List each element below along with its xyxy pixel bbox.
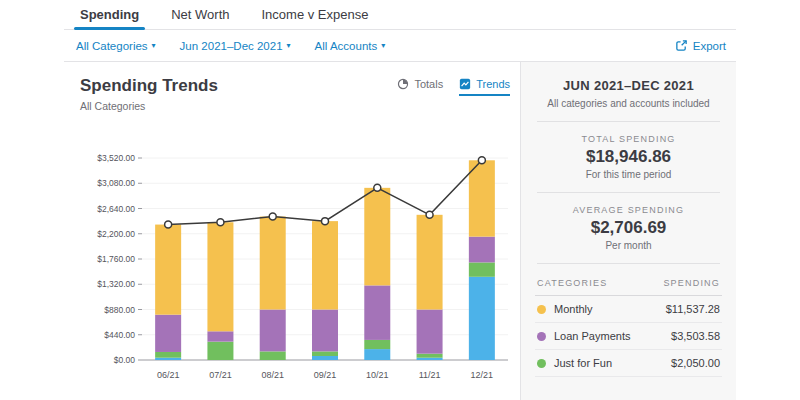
svg-text:10/21: 10/21: [366, 370, 389, 380]
svg-text:$3,080.00: $3,080.00: [97, 178, 135, 188]
average-spending-value: $2,706.69: [535, 218, 722, 238]
svg-text:12/21: 12/21: [471, 370, 494, 380]
chevron-down-icon: ▾: [287, 42, 291, 50]
svg-text:$440.00: $440.00: [104, 330, 135, 340]
categories-filter-dropdown[interactable]: All Categories ▾: [76, 40, 156, 52]
category-name: Monthly: [554, 303, 666, 315]
svg-text:$3,520.00: $3,520.00: [97, 153, 135, 163]
total-spending-label: TOTAL SPENDING: [535, 134, 722, 144]
categories-table-header: CATEGORIES SPENDING: [535, 276, 722, 296]
average-spending-label: AVERAGE SPENDING: [535, 205, 722, 215]
total-spending-caption: For this time period: [535, 169, 722, 180]
sidebar-date-range-title: JUN 2021–DEC 2021: [535, 78, 722, 93]
category-spending: $2,050.00: [671, 357, 720, 369]
trends-view-button[interactable]: Trends: [459, 78, 510, 96]
export-icon: [675, 39, 688, 52]
total-spending-stat: TOTAL SPENDING $18,946.86 For this time …: [535, 134, 722, 180]
category-color-dot: [537, 359, 546, 368]
export-button[interactable]: Export: [675, 39, 726, 52]
category-name: Loan Payments: [554, 330, 671, 342]
divider: [537, 192, 720, 193]
svg-text:$880.00: $880.00: [104, 305, 135, 315]
divider: [537, 121, 720, 122]
totals-view-label: Totals: [414, 78, 443, 90]
category-color-dot: [537, 332, 546, 341]
svg-text:$2,640.00: $2,640.00: [97, 204, 135, 214]
trend-chart-icon: [459, 78, 471, 90]
tab-income-v-expense[interactable]: Income v Expense: [246, 0, 385, 29]
category-row[interactable]: Just for Fun$2,050.00: [535, 350, 722, 377]
accounts-filter-dropdown[interactable]: All Accounts ▾: [315, 40, 386, 52]
chevron-down-icon: ▾: [152, 42, 156, 50]
date-range-filter-label: Jun 2021–Dec 2021: [180, 40, 283, 52]
svg-text:11/21: 11/21: [419, 370, 441, 380]
category-row[interactable]: Loan Payments$3,503.58: [535, 323, 722, 350]
pie-chart-icon: [397, 78, 409, 90]
tab-income-v-expense-label: Income v Expense: [262, 7, 369, 22]
categories-column-label: CATEGORIES: [537, 278, 607, 288]
totals-view-button[interactable]: Totals: [397, 78, 443, 94]
spending-trends-card: Spending Trends All Categories Totals: [64, 62, 520, 400]
tab-spending-label: Spending: [80, 7, 139, 22]
svg-text:08/21: 08/21: [261, 370, 284, 380]
chart-view-toggle: Totals Trends: [397, 76, 510, 96]
svg-text:$1,320.00: $1,320.00: [97, 279, 135, 289]
svg-text:$2,200.00: $2,200.00: [97, 229, 135, 239]
svg-text:$1,760.00: $1,760.00: [97, 254, 135, 264]
report-tabs: Spending Net Worth Income v Expense: [64, 0, 736, 30]
trends-view-label: Trends: [476, 78, 510, 90]
categories-filter-label: All Categories: [76, 40, 148, 52]
report-page: Spending Net Worth Income v Expense All …: [64, 0, 736, 400]
svg-text:$0.00: $0.00: [114, 355, 136, 365]
chart-subtitle: All Categories: [80, 100, 218, 112]
tab-net-worth[interactable]: Net Worth: [155, 0, 245, 29]
spending-trends-chart[interactable]: $0.00$440.00$880.00$1,320.00$1,760.00$2,…: [80, 146, 516, 386]
category-color-dot: [537, 305, 546, 314]
filter-bar: All Categories ▾ Jun 2021–Dec 2021 ▾ All…: [64, 30, 736, 62]
total-spending-value: $18,946.86: [535, 147, 722, 167]
svg-text:09/21: 09/21: [314, 370, 337, 380]
svg-text:07/21: 07/21: [209, 370, 232, 380]
tab-net-worth-label: Net Worth: [171, 7, 229, 22]
categories-table: Monthly$11,537.28Loan Payments$3,503.58J…: [535, 296, 722, 377]
average-spending-caption: Per month: [535, 240, 722, 251]
tab-spending[interactable]: Spending: [64, 0, 155, 29]
sidebar-subtitle: All categories and accounts included: [535, 98, 722, 109]
export-label: Export: [693, 40, 726, 52]
date-range-filter-dropdown[interactable]: Jun 2021–Dec 2021 ▾: [180, 40, 291, 52]
category-spending: $11,537.28: [666, 303, 720, 315]
chart-title: Spending Trends: [80, 76, 218, 96]
average-spending-stat: AVERAGE SPENDING $2,706.69 Per month: [535, 205, 722, 251]
category-row[interactable]: Monthly$11,537.28: [535, 296, 722, 323]
category-name: Just for Fun: [554, 357, 671, 369]
divider: [537, 263, 720, 264]
svg-text:06/21: 06/21: [157, 370, 180, 380]
chevron-down-icon: ▾: [381, 42, 385, 50]
spending-column-label: SPENDING: [663, 278, 720, 288]
accounts-filter-label: All Accounts: [315, 40, 378, 52]
summary-sidebar: JUN 2021–DEC 2021 All categories and acc…: [520, 62, 736, 400]
category-spending: $3,503.58: [671, 330, 720, 342]
